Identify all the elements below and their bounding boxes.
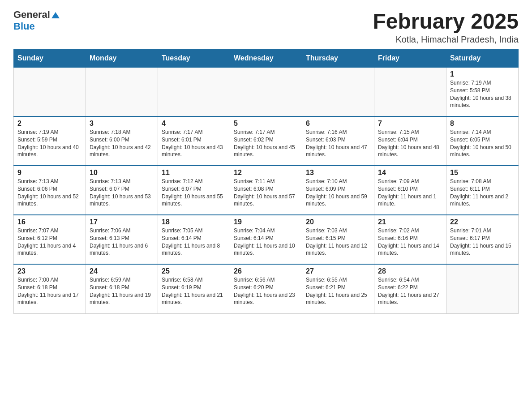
calendar-cell: 25Sunrise: 6:58 AMSunset: 6:19 PMDayligh… [158, 264, 230, 313]
calendar-cell: 4Sunrise: 7:17 AMSunset: 6:01 PMDaylight… [158, 116, 230, 166]
calendar-cell: 21Sunrise: 7:02 AMSunset: 6:16 PMDayligh… [374, 215, 446, 264]
day-number: 21 [378, 218, 442, 226]
day-info: Sunrise: 7:07 AMSunset: 6:12 PMDaylight:… [17, 227, 82, 257]
day-number: 17 [90, 218, 154, 226]
day-info: Sunrise: 7:03 AMSunset: 6:15 PMDaylight:… [306, 227, 370, 257]
calendar-cell [158, 67, 230, 116]
day-number: 12 [234, 169, 298, 177]
day-info: Sunrise: 7:11 AMSunset: 6:08 PMDaylight:… [234, 178, 298, 208]
logo-general-text: General [13, 9, 50, 21]
day-number: 7 [378, 120, 442, 128]
calendar-cell: 19Sunrise: 7:04 AMSunset: 6:14 PMDayligh… [230, 215, 302, 264]
calendar-cell: 22Sunrise: 7:01 AMSunset: 6:17 PMDayligh… [446, 215, 519, 264]
calendar-location: Kotla, Himachal Pradesh, India [373, 34, 519, 45]
logo: General Blue [13, 9, 60, 32]
day-info: Sunrise: 7:06 AMSunset: 6:13 PMDaylight:… [90, 227, 154, 257]
weekday-header-sunday: Sunday [14, 50, 86, 68]
day-number: 16 [17, 218, 82, 226]
day-number: 8 [450, 120, 515, 128]
day-info: Sunrise: 7:08 AMSunset: 6:11 PMDaylight:… [450, 178, 515, 208]
day-info: Sunrise: 7:17 AMSunset: 6:01 PMDaylight:… [162, 128, 226, 158]
calendar-cell: 2Sunrise: 7:19 AMSunset: 5:59 PMDaylight… [14, 116, 86, 166]
calendar-cell: 23Sunrise: 7:00 AMSunset: 6:18 PMDayligh… [14, 264, 86, 313]
week-row-1: 1Sunrise: 7:19 AMSunset: 5:58 PMDaylight… [14, 67, 519, 116]
calendar-cell: 5Sunrise: 7:17 AMSunset: 6:02 PMDaylight… [230, 116, 302, 166]
weekday-header-tuesday: Tuesday [158, 50, 230, 68]
calendar-cell: 1Sunrise: 7:19 AMSunset: 5:58 PMDaylight… [446, 67, 519, 116]
calendar-cell: 18Sunrise: 7:05 AMSunset: 6:14 PMDayligh… [158, 215, 230, 264]
day-info: Sunrise: 7:19 AMSunset: 5:59 PMDaylight:… [17, 128, 82, 158]
calendar-cell: 11Sunrise: 7:12 AMSunset: 6:07 PMDayligh… [158, 166, 230, 215]
day-number: 27 [306, 267, 370, 275]
calendar-cell: 6Sunrise: 7:16 AMSunset: 6:03 PMDaylight… [302, 116, 374, 166]
week-row-4: 16Sunrise: 7:07 AMSunset: 6:12 PMDayligh… [14, 215, 519, 264]
calendar-cell [446, 264, 519, 313]
day-number: 14 [378, 169, 442, 177]
day-number: 22 [450, 218, 515, 226]
calendar-cell: 13Sunrise: 7:10 AMSunset: 6:09 PMDayligh… [302, 166, 374, 215]
day-number: 24 [90, 267, 154, 275]
calendar-cell: 14Sunrise: 7:09 AMSunset: 6:10 PMDayligh… [374, 166, 446, 215]
day-info: Sunrise: 7:00 AMSunset: 6:18 PMDaylight:… [17, 276, 82, 306]
day-info: Sunrise: 6:58 AMSunset: 6:19 PMDaylight:… [162, 276, 226, 306]
day-number: 10 [90, 169, 154, 177]
week-row-3: 9Sunrise: 7:13 AMSunset: 6:06 PMDaylight… [14, 166, 519, 215]
calendar-cell [374, 67, 446, 116]
day-number: 19 [234, 218, 298, 226]
day-info: Sunrise: 6:54 AMSunset: 6:22 PMDaylight:… [378, 276, 442, 306]
calendar-cell: 9Sunrise: 7:13 AMSunset: 6:06 PMDaylight… [14, 166, 86, 215]
calendar-table: SundayMondayTuesdayWednesdayThursdayFrid… [13, 49, 519, 314]
day-number: 1 [450, 70, 515, 78]
calendar-cell: 27Sunrise: 6:55 AMSunset: 6:21 PMDayligh… [302, 264, 374, 313]
week-row-5: 23Sunrise: 7:00 AMSunset: 6:18 PMDayligh… [14, 264, 519, 313]
calendar-cell: 16Sunrise: 7:07 AMSunset: 6:12 PMDayligh… [14, 215, 86, 264]
day-info: Sunrise: 7:17 AMSunset: 6:02 PMDaylight:… [234, 128, 298, 158]
day-number: 26 [234, 267, 298, 275]
weekday-header-thursday: Thursday [302, 50, 374, 68]
day-number: 5 [234, 120, 298, 128]
day-number: 6 [306, 120, 370, 128]
day-number: 18 [162, 218, 226, 226]
day-number: 13 [306, 169, 370, 177]
day-info: Sunrise: 7:13 AMSunset: 6:06 PMDaylight:… [17, 178, 82, 208]
day-number: 11 [162, 169, 226, 177]
day-info: Sunrise: 7:12 AMSunset: 6:07 PMDaylight:… [162, 178, 226, 208]
calendar-cell [14, 67, 86, 116]
day-info: Sunrise: 7:10 AMSunset: 6:09 PMDaylight:… [306, 178, 370, 208]
day-info: Sunrise: 7:16 AMSunset: 6:03 PMDaylight:… [306, 128, 370, 158]
day-number: 20 [306, 218, 370, 226]
calendar-cell: 28Sunrise: 6:54 AMSunset: 6:22 PMDayligh… [374, 264, 446, 313]
day-info: Sunrise: 7:14 AMSunset: 6:05 PMDaylight:… [450, 128, 515, 158]
calendar-cell: 20Sunrise: 7:03 AMSunset: 6:15 PMDayligh… [302, 215, 374, 264]
day-info: Sunrise: 7:05 AMSunset: 6:14 PMDaylight:… [162, 227, 226, 257]
weekday-header-wednesday: Wednesday [230, 50, 302, 68]
day-info: Sunrise: 6:56 AMSunset: 6:20 PMDaylight:… [234, 276, 298, 306]
day-number: 2 [17, 120, 82, 128]
day-number: 4 [162, 120, 226, 128]
day-number: 3 [90, 120, 154, 128]
title-area: February 2025 Kotla, Himachal Pradesh, I… [373, 9, 519, 45]
day-info: Sunrise: 6:59 AMSunset: 6:18 PMDaylight:… [90, 276, 154, 306]
calendar-cell: 7Sunrise: 7:15 AMSunset: 6:04 PMDaylight… [374, 116, 446, 166]
calendar-cell: 8Sunrise: 7:14 AMSunset: 6:05 PMDaylight… [446, 116, 519, 166]
calendar-cell: 17Sunrise: 7:06 AMSunset: 6:13 PMDayligh… [86, 215, 158, 264]
day-info: Sunrise: 7:02 AMSunset: 6:16 PMDaylight:… [378, 227, 442, 257]
day-info: Sunrise: 7:13 AMSunset: 6:07 PMDaylight:… [90, 178, 154, 208]
day-info: Sunrise: 7:18 AMSunset: 6:00 PMDaylight:… [90, 128, 154, 158]
day-info: Sunrise: 6:55 AMSunset: 6:21 PMDaylight:… [306, 276, 370, 306]
week-row-2: 2Sunrise: 7:19 AMSunset: 5:59 PMDaylight… [14, 116, 519, 166]
day-info: Sunrise: 7:09 AMSunset: 6:10 PMDaylight:… [378, 178, 442, 208]
day-number: 28 [378, 267, 442, 275]
calendar-cell [302, 67, 374, 116]
day-number: 23 [17, 267, 82, 275]
calendar-cell: 12Sunrise: 7:11 AMSunset: 6:08 PMDayligh… [230, 166, 302, 215]
calendar-cell: 3Sunrise: 7:18 AMSunset: 6:00 PMDaylight… [86, 116, 158, 166]
day-number: 9 [17, 169, 82, 177]
day-number: 25 [162, 267, 226, 275]
calendar-cell: 24Sunrise: 6:59 AMSunset: 6:18 PMDayligh… [86, 264, 158, 313]
calendar-cell: 10Sunrise: 7:13 AMSunset: 6:07 PMDayligh… [86, 166, 158, 215]
weekday-header-row: SundayMondayTuesdayWednesdayThursdayFrid… [14, 50, 519, 68]
day-number: 15 [450, 169, 515, 177]
day-info: Sunrise: 7:15 AMSunset: 6:04 PMDaylight:… [378, 128, 442, 158]
calendar-title: February 2025 [373, 9, 519, 34]
